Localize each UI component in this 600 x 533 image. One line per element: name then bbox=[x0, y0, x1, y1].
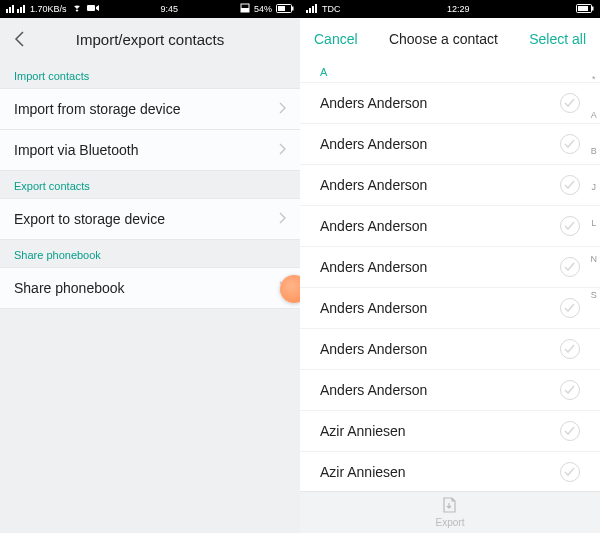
checkbox-circle[interactable] bbox=[560, 462, 580, 482]
contact-row[interactable]: Anders Anderson bbox=[300, 288, 600, 329]
select-all-button[interactable]: Select all bbox=[529, 31, 586, 47]
battery-icon bbox=[576, 4, 594, 15]
checkbox-circle[interactable] bbox=[560, 298, 580, 318]
status-bar-left: 1.70KB/s 9:45 54% bbox=[0, 0, 300, 18]
video-icon bbox=[87, 4, 99, 14]
index-letter: A bbox=[300, 60, 600, 82]
checkbox-circle[interactable] bbox=[560, 93, 580, 113]
contact-row[interactable]: Anders Anderson bbox=[300, 165, 600, 206]
checkbox-circle[interactable] bbox=[560, 134, 580, 154]
row-label: Share phonebook bbox=[14, 280, 125, 296]
svg-rect-4 bbox=[278, 6, 285, 11]
status-carrier: TDC bbox=[322, 4, 341, 14]
contact-name: Azir Anniesen bbox=[320, 423, 406, 439]
alpha-idx[interactable]: N bbox=[591, 254, 598, 264]
status-time-left: 9:45 bbox=[99, 4, 240, 14]
contact-name: Anders Anderson bbox=[320, 259, 427, 275]
alpha-scrollbar[interactable]: * A B J L N S bbox=[591, 74, 598, 300]
chevron-right-icon bbox=[278, 211, 286, 227]
contact-name: Anders Anderson bbox=[320, 136, 427, 152]
alpha-idx[interactable]: A bbox=[591, 110, 597, 120]
page-title: Import/export contacts bbox=[14, 31, 286, 48]
alpha-idx[interactable]: * bbox=[592, 74, 596, 84]
section-label-export: Export contacts bbox=[0, 170, 300, 198]
contacts-list[interactable]: A Anders AndersonAnders AndersonAnders A… bbox=[300, 60, 600, 491]
row-label: Export to storage device bbox=[14, 211, 165, 227]
share-phonebook-row[interactable]: Share phonebook bbox=[0, 267, 300, 309]
settings-list: Import contacts Import from storage devi… bbox=[0, 60, 300, 308]
cancel-button[interactable]: Cancel bbox=[314, 31, 358, 47]
svg-rect-2 bbox=[241, 8, 249, 12]
alpha-idx[interactable]: L bbox=[591, 218, 596, 228]
status-battery-pct: 54% bbox=[254, 4, 272, 14]
contact-name: Anders Anderson bbox=[320, 382, 427, 398]
export-storage-row[interactable]: Export to storage device bbox=[0, 198, 300, 240]
screen-choose-contact: TDC 12:29 Cancel Choose a contact Select… bbox=[300, 0, 600, 533]
contact-row[interactable]: Anders Anderson bbox=[300, 206, 600, 247]
alpha-idx[interactable]: S bbox=[591, 290, 597, 300]
contact-name: Anders Anderson bbox=[320, 177, 427, 193]
export-label: Export bbox=[436, 517, 465, 528]
alpha-idx[interactable]: J bbox=[592, 182, 597, 192]
contact-row[interactable]: Anders Anderson bbox=[300, 82, 600, 124]
contact-name: Anders Anderson bbox=[320, 341, 427, 357]
battery-icon bbox=[276, 4, 294, 15]
import-bluetooth-row[interactable]: Import via Bluetooth bbox=[0, 129, 300, 171]
row-label: Import from storage device bbox=[14, 101, 181, 117]
section-label-share: Share phonebook bbox=[0, 239, 300, 267]
contact-row[interactable]: Anders Anderson bbox=[300, 370, 600, 411]
status-bar-right: TDC 12:29 bbox=[300, 0, 600, 18]
signal-icon bbox=[6, 3, 26, 15]
checkbox-circle[interactable] bbox=[560, 421, 580, 441]
chevron-right-icon bbox=[278, 101, 286, 117]
contact-row[interactable]: Azir Anniesen bbox=[300, 452, 600, 491]
header-right: Cancel Choose a contact Select all bbox=[300, 18, 600, 60]
contact-name: Anders Anderson bbox=[320, 95, 427, 111]
checkbox-circle[interactable] bbox=[560, 339, 580, 359]
checkbox-circle[interactable] bbox=[560, 216, 580, 236]
export-button[interactable]: Export bbox=[300, 491, 600, 533]
chevron-right-icon bbox=[278, 142, 286, 158]
screen-import-export: 1.70KB/s 9:45 54% Import/export contacts… bbox=[0, 0, 300, 533]
section-label-import: Import contacts bbox=[0, 60, 300, 88]
svg-rect-8 bbox=[592, 6, 594, 10]
alpha-idx[interactable]: B bbox=[591, 146, 597, 156]
contact-name: Azir Anniesen bbox=[320, 464, 406, 480]
status-time-right: 12:29 bbox=[341, 4, 577, 14]
contact-row[interactable]: Azir Anniesen bbox=[300, 411, 600, 452]
sim-icon bbox=[240, 3, 250, 15]
contact-name: Anders Anderson bbox=[320, 300, 427, 316]
svg-rect-5 bbox=[292, 6, 294, 10]
status-network: 1.70KB/s bbox=[30, 4, 67, 14]
wifi-icon bbox=[71, 3, 83, 15]
contact-name: Anders Anderson bbox=[320, 218, 427, 234]
svg-rect-7 bbox=[578, 6, 588, 11]
contact-row[interactable]: Anders Anderson bbox=[300, 124, 600, 165]
signal-icon bbox=[306, 3, 318, 15]
row-label: Import via Bluetooth bbox=[14, 142, 139, 158]
contact-row[interactable]: Anders Anderson bbox=[300, 329, 600, 370]
header-left: Import/export contacts bbox=[0, 18, 300, 60]
checkbox-circle[interactable] bbox=[560, 257, 580, 277]
checkbox-circle[interactable] bbox=[560, 175, 580, 195]
page-title: Choose a contact bbox=[389, 31, 498, 47]
contact-row[interactable]: Anders Anderson bbox=[300, 247, 600, 288]
import-storage-row[interactable]: Import from storage device bbox=[0, 88, 300, 130]
checkbox-circle[interactable] bbox=[560, 380, 580, 400]
export-icon bbox=[441, 497, 459, 515]
svg-rect-0 bbox=[87, 5, 95, 11]
